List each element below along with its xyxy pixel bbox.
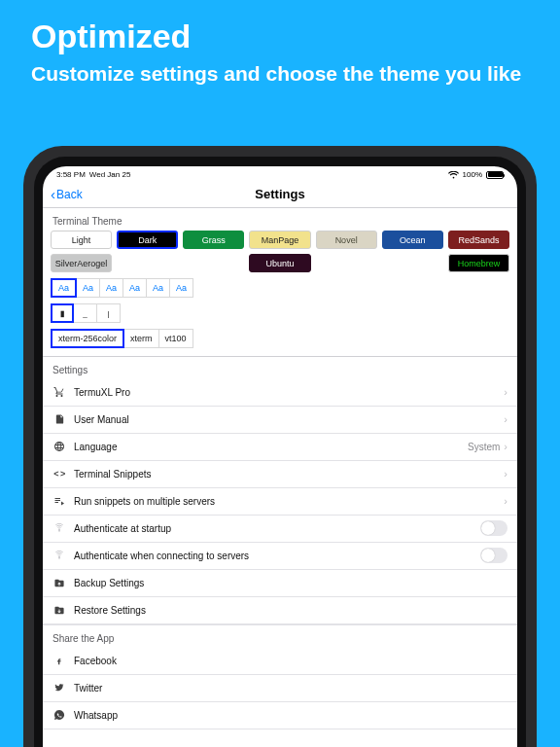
back-button[interactable]: ‹ Back [51,186,83,202]
code-icon: < > [52,469,66,479]
row-label: Run snippets on multiple servers [74,496,215,507]
theme-light[interactable]: Light [51,231,112,249]
cursor-bar[interactable]: | [97,303,121,323]
chevron-right-icon: › [504,495,508,507]
row-label: Terminal Snippets [74,469,151,480]
whatsapp-icon [52,709,66,721]
nav-bar: ‹ Back Settings [43,181,517,208]
font-size-4[interactable]: Aa [147,278,170,298]
theme-ubuntu[interactable]: Ubuntu [249,254,310,272]
chevron-right-icon: › [504,441,508,452]
row-language[interactable]: Language System › [43,434,517,461]
font-size-1[interactable]: Aa [77,278,100,298]
promo-subtitle: Customize settings and choose the theme … [0,55,560,87]
section-terminal-theme: Terminal Theme [43,208,517,231]
row-run-multi[interactable]: Run snippets on multiple servers › [43,488,517,516]
folder-up-icon [52,578,66,588]
device-frame: 3:58 PM Wed Jan 25 100% ‹ Back [23,146,537,747]
row-label: TermuXL Pro [74,387,130,398]
theme-ocean[interactable]: Ocean [382,231,443,249]
chevron-right-icon: › [504,413,508,425]
status-time: 3:58 PM [56,170,86,179]
font-size-3[interactable]: Aa [123,278,147,298]
row-facebook[interactable]: Facebook [43,648,517,675]
row-auth-connect[interactable]: Authenticate when connecting to servers [43,543,517,570]
row-auth-startup[interactable]: Authenticate at startup [43,516,517,543]
fingerprint-icon [52,550,66,561]
chevron-right-icon: › [504,468,508,480]
battery-percent: 100% [463,170,482,179]
row-label: Facebook [74,656,117,666]
font-size-2[interactable]: Aa [100,278,123,298]
cursor-underscore[interactable]: _ [74,303,97,323]
document-icon [52,413,66,425]
promo-title: Optimized [0,0,560,55]
term-vt100[interactable]: vt100 [159,329,193,348]
row-label: User Manual [74,414,129,425]
wifi-icon [448,171,459,179]
theme-dark[interactable]: Dark [117,231,178,249]
row-label: Restore Settings [74,605,146,616]
theme-homebrew[interactable]: Homebrew [448,254,509,272]
battery-icon [486,171,504,179]
row-restore[interactable]: Restore Settings [43,597,517,624]
fingerprint-icon [52,522,66,534]
font-size-0[interactable]: Aa [51,278,77,298]
row-label: Authenticate at startup [74,523,171,534]
term-xterm[interactable]: xterm [124,329,159,348]
row-label: Language [74,442,118,452]
globe-icon [52,441,66,452]
toggle-auth-connect[interactable] [480,548,508,563]
theme-manpage[interactable]: ManPage [249,231,310,249]
term-xterm-256color[interactable]: xterm-256color [51,329,124,348]
theme-redsands[interactable]: RedSands [448,231,509,249]
row-label: Backup Settings [74,578,144,588]
row-label: Whatsapp [74,710,118,721]
font-size-5[interactable]: Aa [170,278,193,298]
cursor-block[interactable]: ▮ [51,303,74,323]
status-date: Wed Jan 25 [89,170,131,179]
row-label: Authenticate when connecting to servers [74,551,249,561]
theme-silveraerogel[interactable]: SilverAerogel [51,254,112,272]
section-share: Share the App [43,624,517,648]
section-settings: Settings [43,357,517,379]
row-backup[interactable]: Backup Settings [43,570,517,597]
toggle-auth-startup[interactable] [480,520,508,536]
twitter-icon [52,683,66,693]
page-title: Settings [255,187,304,201]
playlist-icon [52,495,66,507]
folder-down-icon [52,605,66,616]
row-user-manual[interactable]: User Manual › [43,407,517,434]
row-twitter[interactable]: Twitter [43,675,517,702]
theme-novel[interactable]: Novel [316,231,377,249]
language-value: System [468,442,500,452]
chevron-left-icon: ‹ [51,186,55,202]
back-label: Back [56,188,83,201]
theme-grass[interactable]: Grass [183,231,244,249]
row-termuxl-pro[interactable]: TermuXL Pro › [43,379,517,407]
chevron-right-icon: › [504,386,508,398]
row-whatsapp[interactable]: Whatsapp [43,702,517,729]
row-label: Twitter [74,683,102,694]
cart-icon [52,386,66,398]
facebook-icon [52,655,66,667]
status-bar: 3:58 PM Wed Jan 25 100% [43,166,517,181]
row-terminal-snippets[interactable]: < > Terminal Snippets › [43,461,517,488]
